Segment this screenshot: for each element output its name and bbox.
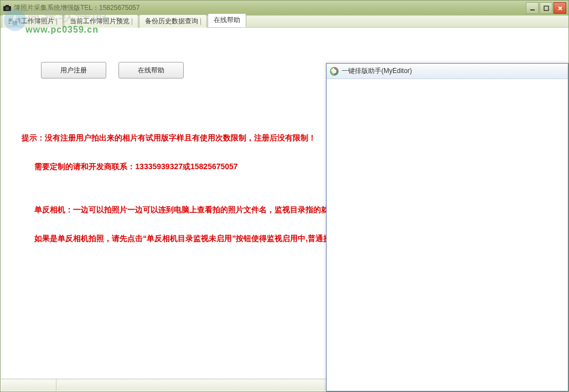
tab-bar: 当前工作簿照片 当前工作簿照片预览 备份历史数据查询 在线帮助 [1,15,568,28]
overlay-title: 一键排版助手(MyEditor) [342,66,412,76]
svg-rect-4 [544,6,549,11]
maximize-button[interactable] [540,2,552,14]
overlay-app-icon [330,67,339,76]
status-cell-1 [1,379,56,391]
register-button[interactable]: 用户注册 [41,62,106,79]
tab-backup-history[interactable]: 备份历史数据查询 [139,14,207,28]
tab-current-photos[interactable]: 当前工作簿照片 [2,14,63,28]
svg-rect-1 [6,5,9,7]
minimize-button[interactable] [526,2,539,14]
titlebar[interactable]: 簿照片采集系统增强版TEL：15825675057 [1,1,568,15]
window-title: 簿照片采集系统增强版TEL：15825675057 [14,3,526,13]
window-controls [526,2,566,14]
close-button[interactable] [554,2,566,14]
online-help-button[interactable]: 在线帮助 [118,62,184,79]
app-icon [3,4,12,13]
svg-rect-3 [530,9,535,11]
overlay-window[interactable]: 一键排版助手(MyEditor) [326,63,568,391]
overlay-titlebar[interactable]: 一键排版助手(MyEditor) [327,64,568,79]
tab-online-help[interactable]: 在线帮助 [208,13,246,27]
tab-current-preview[interactable]: 当前工作簿照片预览 [64,14,138,28]
svg-point-2 [6,7,9,10]
overlay-body [327,79,568,391]
